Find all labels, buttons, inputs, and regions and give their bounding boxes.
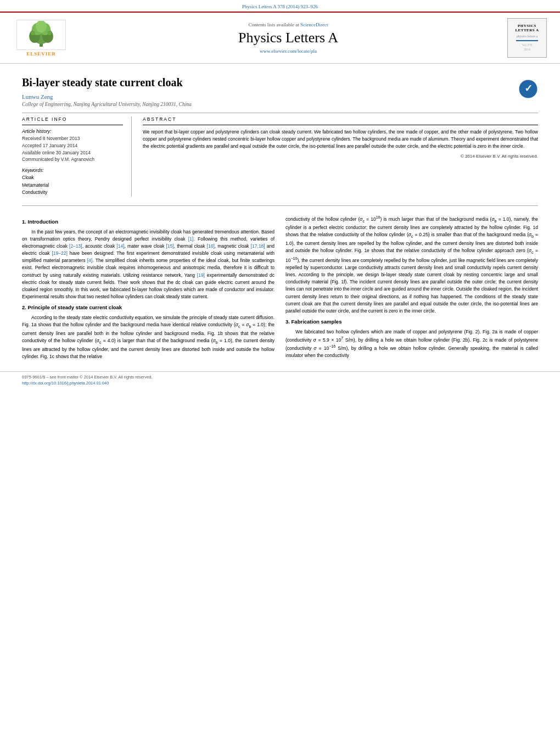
two-col-body: 1. Introduction In the past few years, t… — [22, 215, 538, 363]
section3-para-cont: conductivity of the hollow cylinder (σc … — [285, 215, 538, 315]
article-title: Bi-layer steady state current cloak — [22, 76, 538, 89]
body-divider — [22, 205, 538, 206]
page: Physics Letters A 378 (2014) 923–926 — [0, 0, 560, 742]
ref-19-22[interactable]: [19–22] — [52, 250, 67, 256]
badge-detail: Vol 3782014 — [522, 43, 533, 52]
author-name: Lunwu Zeng — [22, 93, 538, 100]
journal-url[interactable]: www.elsevier.com/locate/pla — [260, 48, 317, 54]
section4-heading: 3. Fabrication samples — [285, 318, 538, 326]
svg-point-7 — [36, 21, 47, 32]
section1-para: In the past few years, the concept of an… — [22, 228, 275, 301]
doi-link[interactable]: http://dx.doi.org/10.1016/j.physleta.201… — [22, 381, 109, 386]
ref-14[interactable]: [14] — [116, 243, 124, 249]
article-info-label: ARTICLE INFO — [22, 116, 123, 122]
title-area: ✓ Bi-layer steady state current cloak — [22, 76, 538, 89]
elsevier-logo: ELSEVIER — [16, 20, 66, 57]
main-body: 1. Introduction In the past few years, t… — [0, 209, 560, 371]
ref-2-13[interactable]: [2–13] — [69, 243, 82, 249]
journal-title: Physics Letters A — [238, 30, 338, 46]
abstract-text: We report that bi-layer copper and polys… — [143, 129, 538, 150]
article-info-abstract: ARTICLE INFO Article history: Received 8… — [22, 116, 538, 197]
ref-19[interactable]: [19] — [197, 272, 205, 278]
footer: 0375-9601/$ – see front matter © 2014 El… — [0, 371, 560, 389]
abstract-col: ABSTRACT We report that bi-layer copper … — [143, 116, 538, 197]
elsevier-tree-image — [16, 20, 66, 50]
article-content: ✓ Bi-layer steady state current cloak Lu… — [0, 64, 560, 202]
keyword-metamaterial: Metamaterial — [22, 182, 123, 189]
abstract-divider — [143, 125, 538, 125]
elsevier-logo-area: ELSEVIER — [11, 18, 71, 58]
journal-badge: PHYSICS LETTERS A physics letters a Vol … — [505, 18, 549, 58]
history-label: Article history: — [22, 129, 123, 134]
article-info-col: ARTICLE INFO Article history: Received 8… — [22, 116, 132, 197]
ref-15[interactable]: [15] — [166, 243, 174, 249]
top-banner: ELSEVIER Contents lists available at Sci… — [0, 13, 560, 64]
badge-box: PHYSICS LETTERS A physics letters a Vol … — [507, 18, 547, 58]
received-line: Received 8 November 2013 — [22, 135, 123, 142]
badge-title: PHYSICS LETTERS A — [510, 24, 544, 32]
keywords-label: Keywords: — [22, 168, 123, 173]
ref-16[interactable]: [16] — [207, 243, 215, 249]
accepted-line: Accepted 17 January 2014 — [22, 142, 123, 149]
svg-point-9 — [47, 31, 52, 35]
keyword-cloak: Cloak — [22, 174, 123, 182]
available-line: Available online 30 January 2014 — [22, 149, 123, 157]
section4-para: We fabricated two hollow cylinders which… — [285, 328, 538, 359]
copyright: © 2014 Elsevier B.V. All rights reserved… — [143, 154, 538, 159]
keyword-conductivity: Conductivity — [22, 189, 123, 197]
keywords-section: Keywords: Cloak Metamaterial Conductivit… — [22, 168, 123, 197]
body-col-left: 1. Introduction In the past few years, t… — [22, 215, 275, 363]
header-journal-info: Physics Letters A 378 (2014) 923–926 — [191, 3, 370, 9]
journal-ref: Physics Letters A 378 (2014) 923–926 — [242, 4, 318, 9]
svg-text:✓: ✓ — [524, 83, 533, 94]
badge-line — [516, 40, 538, 41]
crossmark-icon[interactable]: ✓ — [518, 79, 538, 100]
section2-heading: 2. Principle of steady state current clo… — [22, 304, 275, 312]
badge-subtitle: physics letters a — [517, 35, 537, 38]
elsevier-wordmark: ELSEVIER — [26, 51, 56, 57]
section1-heading: 1. Introduction — [22, 218, 275, 226]
section2-para: According to the steady state electric c… — [22, 314, 275, 360]
article-history: Article history: Received 8 November 201… — [22, 129, 123, 163]
header-bar: Physics Letters A 378 (2014) 923–926 — [0, 0, 560, 13]
abstract-label: ABSTRACT — [143, 116, 538, 122]
elsevier-tree-svg — [19, 21, 63, 48]
journal-center: Contents lists available at ScienceDirec… — [77, 18, 500, 58]
divider-top — [22, 113, 538, 113]
sciencedirect-link: Contents lists available at ScienceDirec… — [249, 22, 328, 27]
info-divider — [22, 125, 123, 125]
footer-text: 0375-9601/$ – see front matter © 2014 El… — [22, 374, 538, 387]
and-text: and — [351, 308, 359, 314]
affiliation: College of Engineering, Nanjing Agricult… — [22, 102, 538, 107]
ref-4[interactable]: [4] — [87, 258, 92, 263]
body-col-right: conductivity of the hollow cylinder (σc … — [285, 215, 538, 363]
svg-point-8 — [31, 31, 35, 35]
ref-1[interactable]: [1] — [188, 236, 193, 242]
communicated-line: Communicated by V.M. Agranovich — [22, 156, 123, 163]
ref-17-18[interactable]: [17,18] — [251, 243, 265, 249]
